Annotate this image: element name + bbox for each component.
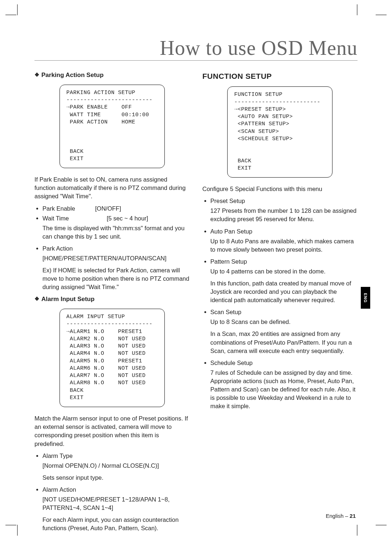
item-label: Auto Pan Setup (211, 228, 253, 235)
osd-row: <SCHEDULE SETUP> (234, 136, 293, 142)
scan-desc-2: In a Scan, max 20 entities are assigned … (211, 330, 358, 355)
list-item: Alarm Action (42, 486, 190, 494)
crop-mark (376, 15, 387, 15)
osd-label: →ALARM1 N.O (66, 329, 105, 335)
crop-mark (357, 525, 358, 536)
osd-row: ALARM8 N.O NOT USED (66, 380, 146, 386)
parking-list: Park Enable [ON/OFF] Wait Time [5 sec ~ … (34, 204, 190, 223)
alarm-action-opts: [NOT USED/HOME/PRESET 1~128/APAN 1~8, PA… (42, 495, 190, 512)
osd-exit: EXIT (234, 165, 252, 171)
osd-label: →PARK ENABLE (66, 104, 108, 110)
osd-row: ALARM4 N.O NOT USED (66, 350, 146, 357)
list-item: Park Action (42, 244, 190, 253)
osd-value: OFF (122, 104, 132, 110)
parking-osd-box: PARKING ACTION SETUP -------------------… (60, 85, 165, 169)
osd-back: BACK (66, 149, 84, 155)
osd-value: 00:10:00 (122, 112, 149, 118)
left-column: ❖Parking Action Setup PARKING ACTION SET… (34, 71, 190, 536)
osd-row: ALARM6 N.O NOT USED (66, 365, 146, 371)
list-item: Preset Setup (211, 197, 358, 205)
crop-mark (17, 525, 18, 536)
osd-value: PRESET1 (118, 358, 142, 364)
schedule-desc: 7 rules of Schedule can be assigned by d… (211, 369, 358, 410)
alarm-list: Alarm Type (34, 452, 190, 460)
autopan-desc: Up to 8 Auto Pans are available, which m… (211, 237, 358, 254)
manual-page: How to use OSD Menu ❖Parking Action Setu… (0, 0, 392, 540)
osd-label: ALARM7 N.O (66, 373, 105, 379)
item-label: Park Enable (42, 204, 95, 213)
function-setup-heading: FUNCTION SETUP (203, 71, 358, 81)
function-list: Preset Setup (203, 197, 358, 205)
crop-mark (357, 4, 358, 15)
osd-sep: ------------------------- (66, 321, 153, 327)
list-item: Alarm Type (42, 452, 190, 460)
park-action-opts: [HOME/PRESET/PATTERN/AUTOPAN/SCAN] (42, 254, 190, 263)
list-item: Scan Setup (211, 308, 358, 316)
alarm-para: Match the Alarm sensor input to one of P… (34, 414, 190, 448)
osd-row: <AUTO PAN SETUP> (234, 114, 293, 120)
osd-row: ALARM5 N.O PRESET1 (66, 358, 142, 364)
osd-value: NOT USED (118, 365, 146, 371)
footer-page-number: 21 (350, 513, 356, 519)
alarm-list-2: Alarm Action (34, 486, 190, 494)
item-label: Preset Setup (211, 198, 245, 204)
crop-mark (376, 525, 387, 525)
osd-row: →ALARM1 N.O PRESET1 (66, 329, 142, 335)
osd-title: ALARM INPUT SETUP (66, 314, 125, 320)
osd-row: ALARM2 N.O NOT USED (66, 336, 146, 342)
item-label: Wait Time (42, 214, 95, 223)
osd-label: ALARM6 N.O (66, 365, 105, 371)
page-footer: English – 21 (326, 513, 356, 519)
parking-list-2: Park Action (34, 244, 190, 253)
parking-para: If Park Enable is set to ON, camera runs… (34, 175, 190, 200)
heading-text: Alarm Input Setup (41, 296, 94, 303)
osd-row: →<PRESET SETUP> (234, 106, 286, 113)
list-item: Wait Time [5 sec ~ 4 hour] (42, 214, 190, 223)
parking-heading: ❖Parking Action Setup (34, 71, 190, 80)
osd-back: BACK (66, 387, 84, 394)
osd-row: ALARM3 N.O NOT USED (66, 343, 146, 349)
osd-row: WATT TIME 00:10:00 (66, 112, 149, 118)
alarm-type-desc: Sets sensor input type. (42, 474, 190, 482)
footer-lang: English – (326, 513, 348, 519)
osd-label: ALARM8 N.O (66, 380, 105, 386)
page-title: How to use OSD Menu (34, 36, 358, 60)
alarm-heading: ❖Alarm Input Setup (34, 295, 190, 304)
function-list: Schedule Setup (203, 359, 358, 367)
alarm-osd-box: ALARM INPUT SETUP ----------------------… (60, 309, 165, 407)
osd-value: HOME (122, 119, 135, 125)
osd-value: NOT USED (118, 380, 146, 386)
osd-label: ALARM5 N.O (66, 358, 105, 364)
osd-title: PARKING ACTION SETUP (66, 90, 135, 96)
function-osd-box: FUNCTION SETUP -------------------------… (227, 86, 332, 178)
osd-row: ALARM7 N.O NOT USED (66, 373, 146, 379)
item-value: [5 sec ~ 4 hour] (95, 214, 190, 223)
function-list: Pattern Setup (203, 257, 358, 266)
osd-value: PRESET1 (118, 329, 142, 335)
park-action-desc: Ex) If HOME is selected for Park Action,… (42, 266, 190, 291)
osd-row: <SCAN SETUP> (234, 129, 279, 135)
osd-row: <PATTERN SETUP> (234, 121, 289, 127)
right-column: FUNCTION SETUP FUNCTION SETUP ----------… (203, 71, 358, 536)
page-title-wrap: How to use OSD Menu (34, 36, 358, 61)
list-item: Pattern Setup (211, 257, 358, 266)
crop-mark (17, 4, 18, 15)
pattern-desc-1: Up to 4 patterns can be stored in the do… (211, 267, 358, 276)
function-para: Configure 5 Special Functions with this … (203, 185, 358, 193)
item-label: Scan Setup (211, 309, 241, 315)
function-list: Auto Pan Setup (203, 227, 358, 236)
crop-mark (5, 15, 16, 15)
item-label: Alarm Type (42, 452, 73, 459)
wait-time-desc: The time is displayed with "hh:mm:ss" fo… (42, 224, 190, 241)
osd-label: PARK ACTION (66, 119, 108, 125)
crop-mark (5, 525, 16, 525)
osd-back: BACK (234, 158, 252, 164)
osd-sep: ------------------------- (66, 97, 153, 103)
osd-sep: ------------------------- (234, 99, 320, 105)
item-label: Schedule Setup (211, 360, 253, 366)
item-value: [ON/OFF] (95, 204, 190, 213)
osd-exit: EXIT (66, 395, 84, 401)
list-item: Schedule Setup (211, 359, 358, 367)
list-item: Park Enable [ON/OFF] (42, 204, 190, 213)
osd-row: →PARK ENABLE OFF (66, 104, 132, 110)
